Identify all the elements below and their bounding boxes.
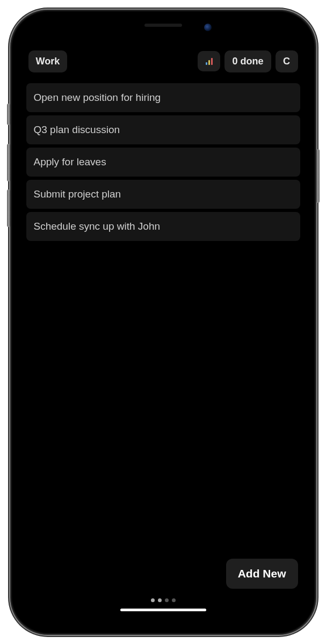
bottom-area: Add New: [19, 559, 308, 611]
front-camera: [204, 24, 212, 31]
notch: [99, 18, 228, 36]
screen: Work 0 done C Open new position for hiri…: [19, 18, 308, 626]
stats-button[interactable]: [198, 51, 220, 71]
task-list: Open new position for hiring Q3 plan dis…: [19, 82, 308, 626]
done-count-button[interactable]: 0 done: [224, 50, 271, 72]
home-indicator[interactable]: [120, 609, 206, 611]
task-item[interactable]: Submit project plan: [26, 180, 300, 209]
task-item[interactable]: Open new position for hiring: [26, 83, 300, 112]
task-item[interactable]: Q3 plan discussion: [26, 115, 300, 144]
power-button: [316, 149, 320, 203]
page-dot: [172, 598, 176, 602]
add-new-button[interactable]: Add New: [226, 559, 298, 589]
task-item[interactable]: Apply for leaves: [26, 148, 300, 177]
volume-up-button: [7, 144, 10, 181]
page-dot: [165, 598, 169, 602]
phone-frame: Work 0 done C Open new position for hiri…: [10, 10, 316, 635]
page-dot: [151, 598, 155, 602]
mute-switch: [7, 104, 10, 125]
task-item[interactable]: Schedule sync up with John: [26, 212, 300, 241]
page-indicator[interactable]: [151, 598, 176, 602]
bar-chart-icon: [206, 57, 213, 65]
list-selector-button[interactable]: Work: [28, 50, 68, 72]
speaker: [144, 24, 182, 27]
clear-button[interactable]: C: [276, 50, 298, 72]
page-dot: [158, 598, 162, 602]
volume-down-button: [7, 189, 10, 227]
